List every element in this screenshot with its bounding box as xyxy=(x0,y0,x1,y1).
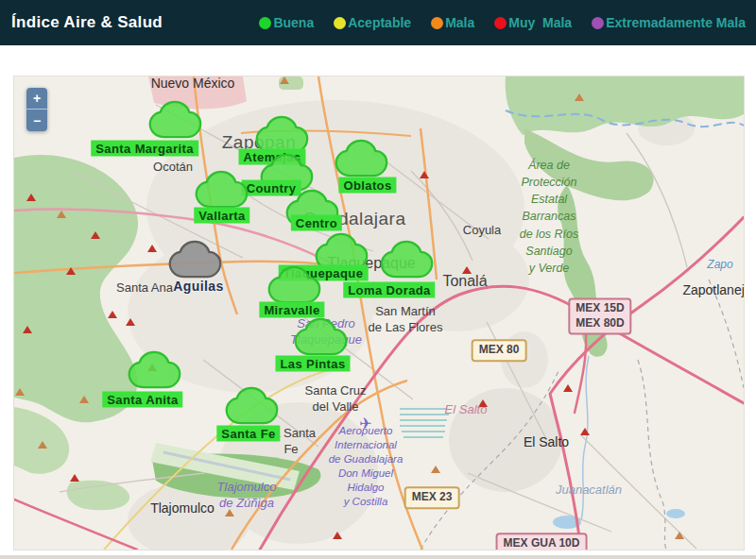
legend-dot-buena xyxy=(259,17,271,29)
station-label-las-pintas[interactable]: Las Pintas xyxy=(275,356,350,372)
legend-item-mala: Mala xyxy=(431,15,474,30)
legend-label: Aceptable xyxy=(348,15,411,30)
legend: BuenaAceptableMalaMuy MalaExtremadamente… xyxy=(259,15,756,30)
station-label-santa-margarita[interactable]: Santa Margarita xyxy=(91,141,198,157)
legend-item-buena: Buena xyxy=(259,15,314,30)
zoom-in-button[interactable]: + xyxy=(26,88,47,110)
station-cloud-vallarta[interactable] xyxy=(194,171,249,209)
legend-dot-mala xyxy=(431,17,443,29)
zoom-out-button[interactable]: − xyxy=(26,110,47,131)
station-cloud-santa-margarita[interactable] xyxy=(147,101,202,139)
station-cloud-loma-dorada[interactable] xyxy=(379,241,434,279)
station-cloud-las-pintas[interactable] xyxy=(293,318,348,356)
legend-dot-aceptable xyxy=(334,17,346,29)
station-label-santa-fe[interactable]: Santa Fe xyxy=(216,426,280,442)
legend-item-extremadamente-mala: Extremadamente Mala xyxy=(592,15,746,30)
legend-dot-muy-mala xyxy=(494,17,507,29)
station-label-vallarta[interactable]: Vallarta xyxy=(194,208,249,224)
legend-label: Buena xyxy=(273,15,314,30)
station-cloud-miravalle[interactable] xyxy=(266,266,321,304)
station-label-miravalle[interactable]: Miravalle xyxy=(259,302,324,318)
station-cloud-oblatos[interactable] xyxy=(334,140,388,178)
legend-item-muy-mala: Muy Mala xyxy=(494,15,572,30)
station-label-santa-anita[interactable]: Santa Anita xyxy=(102,392,182,408)
station-label-loma-dorada[interactable]: Loma Dorada xyxy=(343,282,435,298)
station-label-centro[interactable]: Centro xyxy=(291,215,342,231)
legend-label: Extremadamente Mala xyxy=(606,15,746,30)
station-label-oblatos[interactable]: Oblatos xyxy=(338,178,396,194)
legend-dot-extremadamente-mala xyxy=(592,17,604,29)
zoom-control: + − xyxy=(26,88,47,131)
legend-item-aceptable: Aceptable xyxy=(334,15,411,30)
legend-label: Mala xyxy=(445,15,474,30)
station-cloud-aguilas[interactable] xyxy=(167,241,222,279)
station-cloud-santa-anita[interactable] xyxy=(127,351,181,389)
app-title: Índice Aire & Salud xyxy=(0,13,163,32)
station-cloud-santa-fe[interactable] xyxy=(224,387,279,425)
legend-label: Muy Mala xyxy=(508,15,572,30)
station-label-aguilas[interactable]: Aguilas xyxy=(168,278,228,295)
header: Índice Aire & Salud BuenaAceptableMalaMu… xyxy=(0,0,756,45)
map[interactable]: Nuevo MéxicoZapopanOcotánGuadalajaraCoyu… xyxy=(13,76,745,551)
lake xyxy=(666,509,685,518)
bottom-page-edge xyxy=(0,555,756,559)
